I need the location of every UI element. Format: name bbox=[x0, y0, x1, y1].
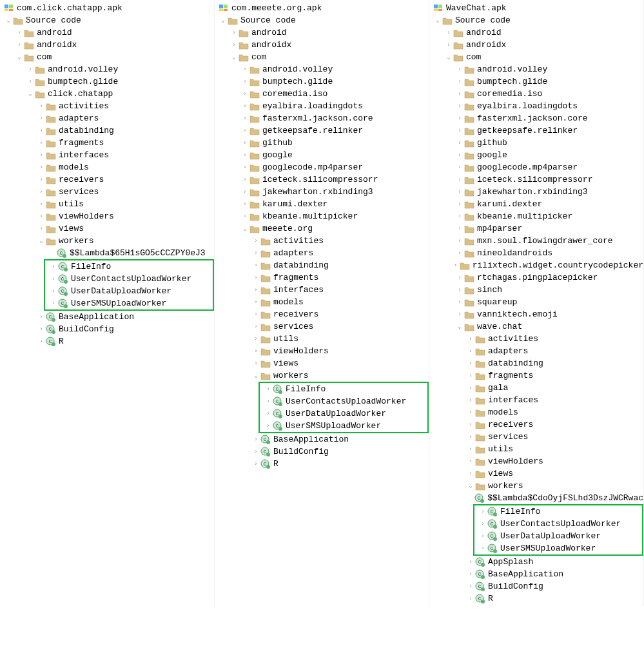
tree-folder[interactable]: eyalbira.loadingdots bbox=[215, 100, 429, 112]
chevron-right-icon[interactable] bbox=[456, 140, 463, 146]
tree-folder[interactable]: databinding bbox=[0, 124, 214, 137]
tree-folder[interactable]: views bbox=[215, 357, 429, 369]
tree-folder[interactable]: meeete.org bbox=[215, 222, 429, 235]
chevron-right-icon[interactable] bbox=[480, 533, 486, 540]
tree-folder[interactable]: eyalbira.loadingdots bbox=[429, 100, 643, 112]
tree-class[interactable]: cBuildConfig bbox=[0, 323, 214, 335]
tree-folder[interactable]: nineoldandroids bbox=[429, 247, 643, 259]
chevron-right-icon[interactable] bbox=[38, 140, 44, 146]
tree-class[interactable]: c$$Lambda$CdoOyjFSLhd3DszJWCRwac bbox=[429, 492, 643, 504]
chevron-right-icon[interactable] bbox=[50, 276, 57, 282]
tree-class[interactable]: cR bbox=[429, 593, 643, 605]
tree-folder[interactable]: services bbox=[429, 431, 643, 443]
chevron-down-icon[interactable] bbox=[38, 237, 44, 244]
tree-folder[interactable]: views bbox=[429, 467, 643, 480]
tree-folder[interactable]: github bbox=[429, 137, 643, 149]
chevron-right-icon[interactable] bbox=[467, 446, 474, 453]
chevron-right-icon[interactable] bbox=[265, 423, 271, 429]
chevron-right-icon[interactable] bbox=[453, 262, 458, 269]
chevron-right-icon[interactable] bbox=[242, 201, 248, 208]
chevron-right-icon[interactable] bbox=[253, 324, 259, 330]
chevron-right-icon[interactable] bbox=[242, 66, 248, 73]
chevron-right-icon[interactable] bbox=[480, 521, 486, 527]
chevron-right-icon[interactable] bbox=[242, 91, 248, 97]
chevron-down-icon[interactable] bbox=[16, 54, 23, 61]
chevron-down-icon[interactable] bbox=[27, 90, 34, 97]
chevron-right-icon[interactable] bbox=[456, 213, 463, 220]
chevron-right-icon[interactable] bbox=[265, 386, 271, 393]
tree-folder[interactable]: views bbox=[0, 222, 214, 235]
chevron-right-icon[interactable] bbox=[467, 348, 474, 355]
chevron-right-icon[interactable] bbox=[456, 152, 463, 159]
tree-folder[interactable]: com bbox=[0, 51, 214, 63]
chevron-down-icon[interactable] bbox=[467, 482, 474, 489]
chevron-right-icon[interactable] bbox=[480, 509, 486, 515]
chevron-right-icon[interactable] bbox=[253, 299, 259, 306]
chevron-right-icon[interactable] bbox=[265, 398, 271, 405]
tree-folder[interactable]: rilixtech.widget.countrycodepicker bbox=[429, 259, 643, 271]
chevron-right-icon[interactable] bbox=[467, 434, 474, 440]
apk-root-header[interactable]: com.click.chatapp.apk bbox=[0, 1, 214, 14]
chevron-right-icon[interactable] bbox=[242, 189, 248, 195]
tree-folder[interactable]: fragments bbox=[429, 369, 643, 382]
tree-folder[interactable]: receivers bbox=[215, 308, 429, 320]
chevron-down-icon[interactable] bbox=[445, 54, 452, 61]
tree-folder[interactable]: receivers bbox=[429, 418, 643, 431]
tree-class[interactable]: cUserSMSUploadWorker bbox=[260, 420, 428, 432]
tree-folder[interactable]: viewHolders bbox=[215, 345, 429, 357]
tree-folder[interactable]: bumptech.glide bbox=[215, 75, 429, 88]
tree-folder[interactable]: gala bbox=[429, 382, 643, 394]
tree-folder[interactable]: karumi.dexter bbox=[215, 198, 429, 210]
tree-folder[interactable]: interfaces bbox=[0, 149, 214, 161]
chevron-right-icon[interactable] bbox=[467, 373, 474, 379]
chevron-right-icon[interactable] bbox=[38, 213, 44, 220]
tree-folder[interactable]: workers bbox=[215, 369, 429, 382]
tree-folder[interactable]: click.chatapp bbox=[0, 88, 214, 100]
chevron-right-icon[interactable] bbox=[445, 42, 452, 48]
tree-folder[interactable]: Source code bbox=[429, 14, 643, 26]
tree-folder[interactable]: interfaces bbox=[215, 284, 429, 296]
tree-folder[interactable]: rtchagas.pingplacepicker bbox=[429, 271, 643, 284]
chevron-right-icon[interactable] bbox=[456, 91, 463, 97]
chevron-right-icon[interactable] bbox=[16, 42, 23, 48]
tree-class[interactable]: cBaseApplication bbox=[0, 311, 214, 323]
tree-folder[interactable]: googlecode.mp4parser bbox=[429, 161, 643, 173]
chevron-right-icon[interactable] bbox=[467, 458, 474, 465]
tree-class[interactable]: cUserDataUploadWorker bbox=[260, 407, 428, 420]
tree-folder[interactable]: activities bbox=[429, 333, 643, 345]
chevron-down-icon[interactable] bbox=[434, 17, 441, 24]
tree-folder[interactable]: workers bbox=[0, 235, 214, 247]
chevron-right-icon[interactable] bbox=[253, 275, 259, 281]
tree-folder[interactable]: android.volley bbox=[429, 63, 643, 75]
tree-class[interactable]: cUserContactsUploadWorker bbox=[474, 518, 643, 530]
chevron-right-icon[interactable] bbox=[456, 103, 463, 110]
chevron-right-icon[interactable] bbox=[253, 287, 259, 293]
chevron-down-icon[interactable] bbox=[242, 225, 248, 232]
chevron-right-icon[interactable] bbox=[231, 30, 237, 36]
chevron-right-icon[interactable] bbox=[456, 226, 463, 232]
chevron-right-icon[interactable] bbox=[467, 571, 474, 578]
tree-folder[interactable]: jakewharton.rxbinding3 bbox=[215, 186, 429, 198]
tree-folder[interactable]: utils bbox=[215, 333, 429, 345]
tree-class[interactable]: cAppSplash bbox=[429, 556, 643, 568]
chevron-right-icon[interactable] bbox=[242, 213, 248, 220]
chevron-right-icon[interactable] bbox=[27, 66, 34, 73]
chevron-right-icon[interactable] bbox=[242, 140, 248, 146]
tree-folder[interactable]: utils bbox=[0, 198, 214, 210]
chevron-right-icon[interactable] bbox=[253, 461, 259, 467]
chevron-right-icon[interactable] bbox=[480, 545, 486, 552]
chevron-right-icon[interactable] bbox=[467, 559, 474, 565]
tree-class[interactable]: cUserContactsUploadWorker bbox=[260, 395, 428, 407]
chevron-right-icon[interactable] bbox=[38, 152, 44, 159]
chevron-right-icon[interactable] bbox=[253, 348, 259, 355]
tree-folder[interactable]: androidx bbox=[215, 39, 429, 51]
chevron-right-icon[interactable] bbox=[242, 152, 248, 159]
chevron-right-icon[interactable] bbox=[253, 360, 259, 367]
chevron-right-icon[interactable] bbox=[456, 66, 463, 73]
chevron-right-icon[interactable] bbox=[242, 103, 248, 110]
tree-class[interactable]: cR bbox=[0, 335, 214, 348]
tree-folder[interactable]: coremedia.iso bbox=[215, 88, 429, 100]
chevron-right-icon[interactable] bbox=[456, 201, 463, 208]
chevron-right-icon[interactable] bbox=[456, 238, 463, 244]
tree-folder[interactable]: adapters bbox=[0, 112, 214, 124]
